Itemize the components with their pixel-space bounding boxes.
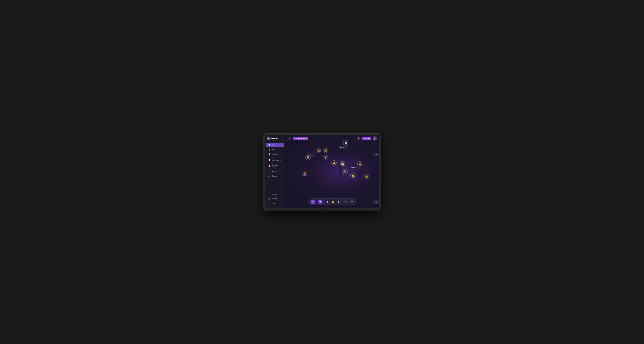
plugins-icon: 🌐 — [268, 198, 270, 200]
map-avatar-5: 👩‍🦰 — [306, 155, 310, 160]
emoji-button[interactable]: 🙂 — [331, 199, 336, 204]
share-screen-button[interactable]: ⬆ — [325, 199, 330, 204]
sidebar-item-messages[interactable]: 💬 Messages — [266, 152, 284, 157]
team-badge: Creative Team — [292, 137, 308, 140]
map-avatar-10: 🧑‍🦱 — [350, 173, 355, 178]
map-avatar-11: 👩‍🦰 — [302, 171, 307, 176]
map-avatar-2: 👩‍🦱 — [316, 148, 321, 153]
invite-label: + Invite — [364, 138, 369, 139]
main-content: ‹ Creative Team 🔔 + Invite 🧑 — [285, 135, 379, 208]
topbar: ‹ Creative Team 🔔 + Invite 🧑 — [285, 135, 379, 142]
nav-label-home: Home — [272, 144, 276, 146]
team-name: Creative Team — [296, 138, 306, 139]
app-logo: m Meetzip — [265, 137, 285, 143]
logo-icon: m — [267, 137, 270, 140]
team-status-dot — [294, 138, 296, 139]
map-avatar-4: 🧑‍🦱 — [323, 155, 328, 160]
booking-icon: 🗓 — [268, 171, 270, 172]
room-partial-bottom-label: Roo — [374, 201, 377, 203]
games-icon: 🎮 — [268, 175, 270, 177]
floor-tile — [367, 156, 370, 159]
sidebar-bottom: ⚙ Settings 🌐 Plugins ↪ Logout — [265, 190, 285, 206]
room-2-label: Room 2 — [340, 147, 346, 148]
floor-tile — [339, 166, 342, 169]
settings-icon: ⚙ — [268, 193, 270, 195]
nav-label-logout: Logout — [272, 202, 276, 204]
nav-label-schedule: Schedule Meeting — [272, 164, 282, 168]
sidebar-item-rooms[interactable]: 🚪 Rooms — [266, 147, 284, 152]
screen: m Meetzip ⊞ Home 🚪 Rooms 💬 Messages 📋 Ta… — [265, 135, 379, 208]
sidebar-item-games[interactable]: 🎮 Games — [266, 174, 284, 178]
floor-tile — [357, 147, 361, 149]
user-avatar-button[interactable]: 🧑 — [372, 136, 377, 141]
nav-label-tasks: Task Management — [272, 158, 282, 162]
floor-tile — [357, 150, 360, 153]
invite-button[interactable]: + Invite — [362, 137, 371, 140]
sidebar-item-task-management[interactable]: 📋 Task Management — [266, 157, 284, 163]
floor-tile — [337, 150, 339, 153]
sidebar-item-plugins[interactable]: 🌐 Plugins — [266, 197, 284, 201]
floor-tile — [339, 173, 342, 175]
toolbar: 🎙️ ▾ 📷 ▾ ⬆ 🙂 ⏺ 🔍 🔎 — [308, 198, 356, 205]
floor-tile — [360, 170, 362, 172]
topbar-right: 🔔 + Invite 🧑 — [356, 136, 377, 141]
floor-tile — [320, 161, 323, 164]
laptop-frame: m Meetzip ⊞ Home 🚪 Rooms 💬 Messages 📋 Ta… — [264, 133, 380, 211]
mic-button[interactable]: 🎙️ — [310, 199, 315, 204]
floor-tile — [318, 176, 321, 179]
room-partial-bottom-box: Roo — [373, 200, 379, 204]
floor-tile — [370, 162, 372, 165]
nav-label-settings: Settings — [272, 193, 277, 195]
room-partial-label: Roo — [374, 154, 377, 155]
zoom-in-button[interactable]: 🔎 — [349, 199, 354, 204]
cam-chevron[interactable]: ▾ — [323, 201, 324, 202]
chin-notch — [318, 209, 326, 210]
floor-tile — [322, 176, 326, 179]
map-avatar-8: 👩 — [357, 162, 362, 166]
room-3-box: Room 3 — [349, 166, 358, 169]
floor-tile — [314, 176, 318, 179]
floor-tile — [339, 170, 342, 172]
room-3-label: Room 3 — [351, 167, 356, 168]
logout-icon: ↪ — [268, 202, 270, 204]
floor-tile — [360, 173, 362, 175]
task-icon: 📋 — [268, 159, 270, 161]
notification-button[interactable]: 🔔 — [356, 136, 361, 141]
home-icon: ⊞ — [268, 144, 270, 146]
app-name: Meetzip — [271, 138, 278, 140]
virtual-space: Room 1 Room 2 Room 3 Roo Roo 🧑‍🦳 👩‍🦱 — [285, 135, 379, 208]
sidebar: m Meetzip ⊞ Home 🚪 Rooms 💬 Messages 📋 Ta… — [265, 135, 285, 208]
room-partial-box: Roo — [373, 153, 379, 156]
map-avatar-6: 🧑 — [332, 160, 336, 165]
floor-tile — [318, 159, 320, 162]
nav-label-messages: Messages — [272, 153, 279, 155]
rooms-icon: 🚪 — [268, 149, 270, 151]
sidebar-item-booking[interactable]: 🗓 Booking — [266, 169, 284, 173]
nav-label-games: Games — [272, 175, 277, 177]
map-avatar-7: 🧓 — [340, 162, 345, 166]
floor-tile — [367, 159, 370, 162]
room-2-box: Room 2 — [339, 146, 347, 149]
floor-tile — [322, 180, 324, 183]
nav-label-booking: Booking — [272, 171, 277, 172]
floor-tile — [314, 180, 316, 183]
messages-icon: 💬 — [268, 153, 270, 155]
schedule-icon: 📅 — [268, 165, 270, 167]
sidebar-item-home[interactable]: ⊞ Home — [266, 143, 284, 147]
room-1-label: Room 1 — [308, 154, 314, 156]
zoom-out-button[interactable]: 🔍 — [344, 199, 348, 204]
mic-chevron[interactable]: ▾ — [316, 201, 317, 202]
sidebar-item-schedule-meeting[interactable]: 📅 Schedule Meeting — [266, 163, 284, 169]
laptop-chin — [265, 208, 379, 211]
floor-tile — [337, 153, 340, 156]
camera-button[interactable]: 📷 — [318, 199, 322, 204]
floor-tile — [357, 153, 361, 156]
map-avatar-12: 👩 — [364, 174, 369, 179]
floor-tile — [320, 155, 323, 158]
map-avatar-9: 👩‍🦱 — [342, 169, 348, 174]
sidebar-item-settings[interactable]: ⚙ Settings — [266, 192, 284, 196]
sidebar-item-logout[interactable]: ↪ Logout — [266, 201, 284, 205]
back-button[interactable]: ‹ — [288, 137, 291, 140]
nav-label-rooms: Rooms — [272, 149, 277, 151]
record-button[interactable]: ⏺ — [336, 199, 341, 204]
